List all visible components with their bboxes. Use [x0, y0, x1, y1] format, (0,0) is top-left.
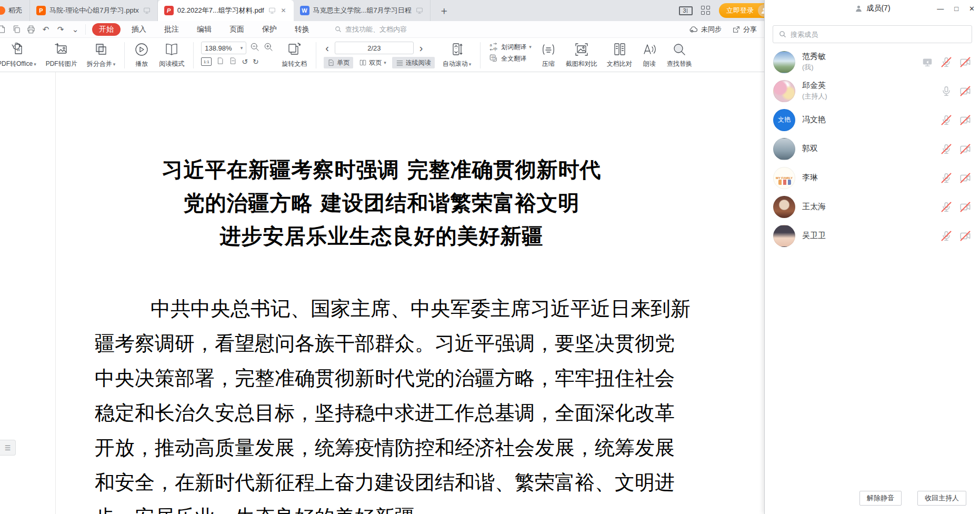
export-icon[interactable]: [0, 25, 6, 34]
dropdown-icon: ▾: [529, 44, 532, 50]
search-icon: [334, 25, 342, 33]
camera-muted-icon[interactable]: [959, 56, 972, 68]
full-translate-button[interactable]: 中 全文翻译: [489, 54, 532, 63]
menu-tab-comment[interactable]: 批注: [157, 23, 186, 36]
pdf-to-image-button[interactable]: PDF转图片: [41, 40, 82, 71]
mic-on-icon[interactable]: [940, 85, 953, 97]
rotate-document-button[interactable]: 旋转文档: [277, 40, 312, 71]
doc-compare-button[interactable]: 文档比对: [602, 40, 637, 71]
document-viewport[interactable]: 习近平在新疆考察时强调 完整准确贯彻新时代 党的治疆方略 建设团结和谐繁荣富裕文…: [0, 72, 764, 514]
redo-icon[interactable]: ↷: [56, 25, 65, 34]
mic-muted-icon[interactable]: [940, 230, 953, 242]
camera-muted-icon[interactable]: [959, 230, 972, 242]
dropdown-icon: ▾: [469, 62, 472, 67]
sync-status[interactable]: 未同步: [688, 24, 722, 34]
fit-width-button[interactable]: [229, 57, 237, 66]
read-mode-button[interactable]: 阅读模式: [154, 40, 189, 71]
fit-page-button[interactable]: [216, 57, 224, 66]
rotate-left-icon[interactable]: ↺: [242, 57, 248, 66]
undo-icon[interactable]: ↶: [41, 25, 51, 34]
mic-muted-icon[interactable]: [940, 114, 953, 126]
member-row[interactable]: 文艳 冯文艳: [765, 105, 980, 134]
menu-tab-convert[interactable]: 转换: [288, 23, 316, 36]
screenshot-compare-button[interactable]: 截图和对比: [561, 40, 602, 71]
document-title-line: 党的治疆方略 建设团结和谐繁荣富裕文明: [95, 186, 668, 219]
menu-tab-page[interactable]: 页面: [223, 23, 251, 36]
apps-grid-icon[interactable]: [701, 6, 711, 15]
split-merge-button[interactable]: 拆分合并▾: [82, 40, 121, 71]
zoom-level-select[interactable]: 138.98% ▾: [201, 42, 246, 54]
body-line: 和安全，在新时代新征程上奋力建设团结和谐、繁荣富裕、文明进: [95, 465, 668, 500]
member-row[interactable]: 邱金英 (主持人): [765, 76, 980, 105]
tab-title: 马克思主义学院...组7月学习日程: [313, 6, 412, 15]
member-row[interactable]: 吴卫卫: [765, 221, 980, 250]
mic-muted-icon[interactable]: [940, 56, 953, 68]
members-panel: 成员(7) — □ ✕ 范秀敏 (我): [764, 0, 980, 514]
home-tab-docer[interactable]: 稻壳: [0, 0, 30, 21]
play-button[interactable]: 播放: [129, 40, 154, 71]
window-controls: — □ ✕: [937, 5, 975, 12]
rotate-right-icon[interactable]: ↻: [253, 57, 259, 66]
camera-muted-icon[interactable]: [959, 85, 972, 97]
login-avatar: [758, 4, 764, 17]
command-search[interactable]: 查找功能、文档内容: [334, 25, 407, 34]
member-row[interactable]: 王太海: [765, 192, 980, 221]
mic-muted-icon[interactable]: [940, 201, 953, 213]
window-count-button[interactable]: 3: [679, 6, 693, 15]
continuous-read-mode-button[interactable]: 连续阅读: [392, 57, 435, 68]
screen-share-icon[interactable]: [921, 56, 934, 68]
member-row[interactable]: 郭双: [765, 134, 980, 163]
tab-pptx[interactable]: P 马院-理论中心组7月学习.pptx: [30, 0, 158, 21]
member-tag: (主持人): [802, 92, 827, 101]
menu-tab-protect[interactable]: 保护: [255, 23, 284, 36]
pdf-to-office-button[interactable]: W PDF转Office▾: [0, 40, 41, 71]
unmute-button[interactable]: 解除静音: [859, 491, 902, 506]
camera-muted-icon[interactable]: [959, 201, 972, 213]
play-icon: [134, 41, 149, 58]
revoke-host-button[interactable]: 收回主持人: [917, 491, 966, 506]
convert-group: W PDF转Office▾ PDF转图片 拆分合并▾: [0, 40, 120, 71]
close-tab-icon[interactable]: ✕: [280, 7, 287, 14]
camera-muted-icon[interactable]: [959, 143, 972, 155]
compress-button[interactable]: 压缩: [536, 40, 561, 71]
tab-pdf-active[interactable]: P 02.2022年7...组学习材料.pdf ✕: [158, 0, 294, 21]
mic-muted-icon[interactable]: [940, 143, 953, 155]
find-replace-button[interactable]: 查找替换: [662, 40, 697, 71]
copy-icon[interactable]: [12, 25, 21, 34]
camera-muted-icon[interactable]: [959, 172, 972, 184]
member-row[interactable]: 范秀敏 (我): [765, 47, 980, 76]
zoom-out-button[interactable]: [249, 42, 260, 54]
menu-tab-insert[interactable]: 插入: [125, 23, 153, 36]
share-button[interactable]: 分享: [732, 25, 757, 34]
close-button[interactable]: ✕: [969, 5, 975, 12]
annotation-panel-toggle[interactable]: ☰: [0, 440, 16, 456]
single-page-mode-button[interactable]: 单页: [324, 57, 353, 68]
zoom-in-button[interactable]: [263, 42, 274, 54]
minimize-button[interactable]: —: [937, 5, 944, 12]
page-indicator[interactable]: 2/23: [335, 42, 414, 54]
next-page-button[interactable]: ›: [418, 43, 425, 53]
word-translate-button[interactable]: a中 划词翻译▾: [489, 42, 532, 52]
avatar: 文艳: [773, 109, 795, 131]
more-commands-icon[interactable]: ⌄: [71, 25, 80, 34]
menu-tab-home[interactable]: 开始: [92, 23, 121, 36]
read-aloud-button[interactable]: 朗读: [637, 40, 662, 71]
member-row[interactable]: MY FAMILY 李琳: [765, 163, 980, 192]
new-tab-button[interactable]: ＋: [431, 0, 458, 21]
member-search-box[interactable]: [773, 25, 972, 43]
mic-muted-icon[interactable]: [940, 172, 953, 184]
sync-label: 未同步: [701, 25, 722, 34]
zoom-value: 138.98%: [205, 44, 232, 52]
camera-muted-icon[interactable]: [959, 114, 972, 126]
menu-tab-edit[interactable]: 编辑: [190, 23, 218, 36]
avatar-text: 文艳: [778, 115, 791, 124]
print-icon[interactable]: [26, 25, 36, 34]
tab-word[interactable]: W 马克思主义学院...组7月学习日程: [294, 0, 431, 21]
auto-scroll-button[interactable]: 自动滚动▾: [438, 40, 476, 71]
login-button[interactable]: 立即登录: [719, 3, 764, 18]
double-page-mode-button[interactable]: 双页▾: [355, 57, 390, 68]
actual-size-button[interactable]: 1:1: [201, 57, 212, 66]
previous-page-button[interactable]: ‹: [324, 43, 331, 53]
member-search-input[interactable]: [791, 31, 966, 38]
maximize-button[interactable]: □: [954, 5, 958, 12]
